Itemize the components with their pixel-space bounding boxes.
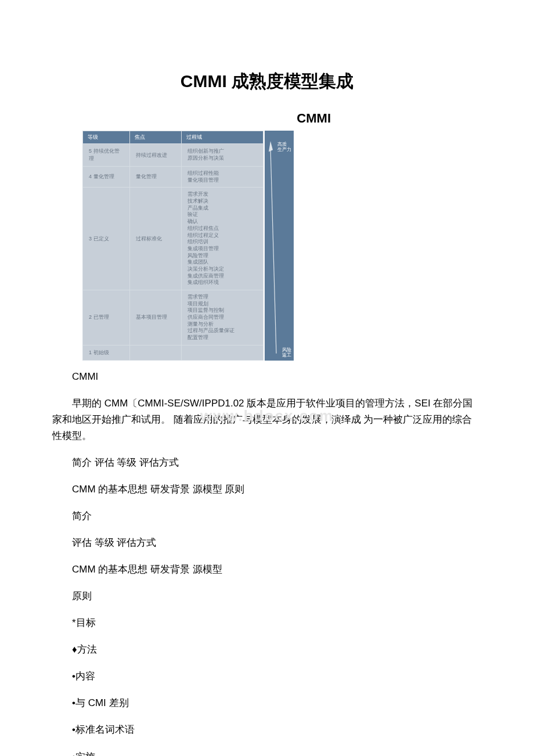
col-header-level: 等级 xyxy=(83,131,130,144)
toc-line: CMM 的基本思想 研发背景 源模型 xyxy=(52,561,482,578)
col-header-focus: 焦点 xyxy=(130,131,182,144)
cell-areas: 需求开发 技术解决 产品集成 验证 确认 组织过程焦点 组织过程定义 组织培训 … xyxy=(182,188,264,290)
arrow-column: 高质 生产力 风险 返工 xyxy=(265,131,294,361)
table-row: 5 持续优化管理 持续过程改进 组织创新与推广 原因分析与决策 xyxy=(83,144,264,167)
toc-line: 原则 xyxy=(52,588,482,604)
toc-line: •实施 xyxy=(52,749,482,756)
subtitle: CMMI xyxy=(52,111,482,126)
cell-focus xyxy=(130,345,182,360)
cell-focus: 过程标准化 xyxy=(130,188,182,290)
col-header-areas: 过程域 xyxy=(182,131,264,144)
table-row: 3 已定义 过程标准化 需求开发 技术解决 产品集成 验证 确认 组织过程焦点 … xyxy=(83,188,264,290)
svg-line-0 xyxy=(270,148,276,354)
cell-areas: 需求管理 项目规划 项目监督与控制 供应商合同管理 测量与分析 过程与产品质量保… xyxy=(182,290,264,345)
cell-areas: 组织创新与推广 原因分析与决策 xyxy=(182,144,264,167)
cell-focus: 持续过程改进 xyxy=(130,144,182,167)
arrow-bottom-label: 风险 返工 xyxy=(282,348,291,358)
cell-level: 3 已定义 xyxy=(83,188,130,290)
toc-line: 评估 等级 评估方式 xyxy=(52,535,482,551)
toc-line: CMM 的基本思想 研发背景 源模型 原则 xyxy=(52,481,482,498)
cell-areas xyxy=(182,345,264,360)
cell-level: 1 初始级 xyxy=(83,345,130,360)
toc-line: 简介 xyxy=(52,508,482,524)
arrow-icon xyxy=(268,141,280,354)
table-row: 1 初始级 xyxy=(83,345,264,360)
cmmi-table: 等级 焦点 过程域 5 持续优化管理 持续过程改进 组织创新与推广 原因分析与决… xyxy=(82,131,264,361)
svg-marker-1 xyxy=(269,141,273,152)
cell-focus: 基本项目管理 xyxy=(130,290,182,345)
toc-line: •与 CMI 差别 xyxy=(52,695,482,711)
cmmi-diagram: 等级 焦点 过程域 5 持续优化管理 持续过程改进 组织创新与推广 原因分析与决… xyxy=(82,131,482,361)
table-row: 4 量化管理 量化管理 组织过程性能 量化项目管理 xyxy=(83,167,264,188)
toc-line: 简介 评估 等级 评估方式 xyxy=(52,455,482,471)
cell-level: 5 持续优化管理 xyxy=(83,144,130,167)
toc-line: •内容 xyxy=(52,668,482,685)
diagram-caption: CMMI xyxy=(52,369,482,385)
toc-line: •标准名词术语 xyxy=(52,722,482,738)
toc-line: ♦方法 xyxy=(52,642,482,658)
toc-line: *目标 xyxy=(52,615,482,631)
cell-focus: 量化管理 xyxy=(130,167,182,188)
cell-level: 4 量化管理 xyxy=(83,167,130,188)
intro-paragraph: 早期的 CMM〔CMMI-SE/SW/IPPD1.02 版本是应用于软件业项目的… xyxy=(52,395,482,444)
cell-areas: 组织过程性能 量化项目管理 xyxy=(182,167,264,188)
table-row: 2 已管理 基本项目管理 需求管理 项目规划 项目监督与控制 供应商合同管理 测… xyxy=(83,290,264,345)
cell-level: 2 已管理 xyxy=(83,290,130,345)
page-title: CMMI 成熟度模型集成 xyxy=(52,70,482,93)
